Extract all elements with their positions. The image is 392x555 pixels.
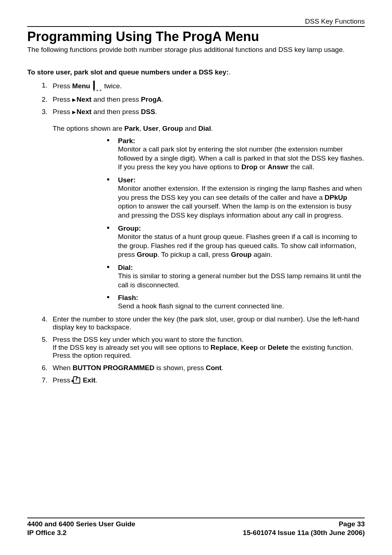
text: The options shown are	[53, 125, 124, 132]
page-header: DSS Key Functions	[27, 17, 365, 27]
step-text: is shown, press	[154, 364, 206, 372]
option-group: Group: Monitor the status of a hunt grou…	[107, 224, 365, 259]
keep-label: Keep	[241, 344, 258, 351]
step-number: 6.	[42, 364, 48, 372]
dpkup-label: DPkUp	[324, 194, 347, 201]
step-text: Press the DSS key under which you want t…	[53, 336, 244, 343]
option-desc: This is similar to storing a general num…	[118, 272, 365, 289]
step-1: 1. Press Menu twice.	[42, 81, 365, 91]
next-label: Next	[77, 108, 91, 116]
exit-label: Exit	[83, 376, 95, 384]
step-text: Press	[53, 376, 72, 384]
option-label: Park:	[118, 137, 365, 145]
triangle-icon: ▶	[72, 97, 76, 102]
text: ,	[139, 125, 143, 132]
option-flash: Flash: Send a hook flash signal to the c…	[107, 294, 365, 311]
step-number: 4.	[42, 315, 48, 323]
step-text: Enter the number to store under the key …	[53, 315, 359, 331]
step-2: 2. Press ▶Next and then press ProgA.	[42, 96, 365, 104]
step-number: 2.	[42, 96, 48, 104]
next-label: Next	[77, 96, 91, 103]
step-5: 5. Press the DSS key under which you wan…	[42, 336, 365, 360]
option-label: Group:	[118, 224, 365, 232]
replace-label: Replace	[211, 344, 237, 351]
text: option to answer the call yourself. When…	[118, 202, 351, 219]
step-number: 7.	[42, 376, 48, 384]
text: again.	[252, 251, 272, 258]
step-text: and then press	[91, 96, 141, 103]
step-3: 3. Press ▶Next and then press DSS. The o…	[42, 108, 365, 311]
intro-text: The following functions provide both num…	[27, 46, 365, 54]
option-park: Park: Monitor a call park slot by enteri…	[107, 137, 365, 172]
text: . To pickup a call, press	[158, 251, 231, 258]
park-label: Park	[124, 125, 139, 132]
text: .	[211, 125, 213, 132]
option-label: User:	[118, 176, 365, 184]
subhead-suffix: .	[229, 68, 230, 76]
text: ,	[237, 344, 241, 351]
step-6: 6. When BUTTON PROGRAMMED is shown, pres…	[42, 364, 365, 372]
step-number: 3.	[42, 108, 48, 116]
dss-label: DSS	[141, 108, 155, 116]
step-4: 4. Enter the number to store under the k…	[42, 315, 365, 331]
step-text: .	[162, 96, 163, 103]
option-label: Dial:	[118, 264, 365, 272]
option-desc: Monitor another extension. If the extens…	[118, 184, 365, 220]
button-programmed-label: BUTTON PROGRAMMED	[73, 364, 155, 372]
step-text: .	[155, 108, 157, 116]
option-desc: Monitor the status of a hunt group queue…	[118, 232, 365, 259]
footer-product: IP Office 3.2	[27, 528, 135, 538]
menu-icon	[93, 81, 101, 91]
step-text: Press	[53, 96, 72, 103]
options-list: Park: Monitor a call park slot by enteri…	[53, 137, 365, 311]
subheading: To store user, park slot and queue numbe…	[27, 68, 365, 76]
text: and	[183, 125, 198, 132]
text: ,	[159, 125, 163, 132]
proga-label: ProgA	[141, 96, 162, 103]
text: the call.	[289, 163, 314, 171]
menu-label: Menu	[72, 82, 90, 90]
answr-label: Answr	[268, 163, 289, 171]
bullet-icon	[107, 139, 109, 141]
bullet-icon	[107, 227, 109, 229]
step-text: twice.	[104, 82, 122, 90]
footer-page-number: Page 33	[243, 520, 365, 529]
subhead-text: To store user, park slot and queue numbe…	[27, 68, 229, 76]
triangle-icon: ▶	[72, 109, 76, 115]
step-7: 7. Press Exit.	[42, 376, 365, 384]
drop-label: Drop	[241, 163, 257, 171]
group-label: Group	[137, 251, 158, 258]
step-text: .	[221, 364, 223, 372]
group-label: Group	[231, 251, 252, 258]
steps-list: 1. Press Menu twice. 2. Press ▶Next and …	[27, 81, 365, 384]
dial-label: Dial	[198, 125, 211, 132]
step-text: When	[53, 364, 73, 372]
page-footer: 4400 and 6400 Series User Guide IP Offic…	[27, 518, 365, 538]
delete-label: Delete	[268, 344, 288, 351]
bullet-icon	[107, 296, 109, 298]
option-desc: Send a hook flash signal to the current …	[118, 302, 365, 311]
step-text: .	[95, 376, 97, 384]
text: Monitor a call park slot by entering the…	[118, 145, 364, 171]
option-dial: Dial: This is similar to storing a gener…	[107, 264, 365, 289]
option-label: Flash:	[118, 294, 365, 302]
option-desc: Monitor a call park slot by entering the…	[118, 145, 365, 172]
group-label: Group	[162, 125, 183, 132]
footer-guide-title: 4400 and 6400 Series User Guide	[27, 520, 135, 529]
cont-label: Cont	[206, 364, 221, 372]
step-text: Press	[53, 108, 72, 116]
option-user: User: Monitor another extension. If the …	[107, 176, 365, 220]
user-label: User	[143, 125, 158, 132]
options-intro: The options shown are Park, User, Group …	[53, 125, 365, 133]
step-text: and then press	[91, 108, 141, 116]
text: or	[257, 163, 267, 171]
bullet-icon	[107, 178, 109, 181]
step-number: 5.	[42, 336, 48, 344]
footer-issue: 15-601074 Issue 11a (30th June 2006)	[243, 528, 365, 538]
step-number: 1.	[42, 81, 48, 89]
page-title: Programming Using The ProgA Menu	[27, 29, 365, 44]
step-text: If the DSS key is already set you will s…	[53, 344, 211, 351]
exit-icon	[73, 377, 80, 384]
bullet-icon	[107, 266, 109, 268]
step-text: Press	[53, 82, 72, 90]
